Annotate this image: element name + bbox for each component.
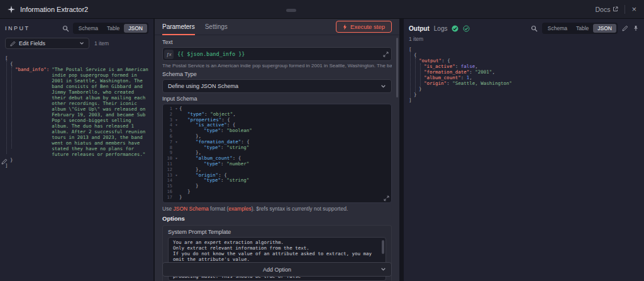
edit-output-icon[interactable]	[622, 25, 628, 31]
node-icon	[8, 6, 15, 13]
edit-input-icon[interactable]	[1, 158, 8, 165]
chevron-down-icon	[380, 267, 386, 272]
input-item-count: 1 item	[94, 40, 109, 47]
output-tab-schema[interactable]: Schema	[543, 24, 572, 33]
output-json-view: [{"output": {"is_active": false,"formati…	[404, 43, 644, 281]
docs-link[interactable]: Docs	[595, 6, 618, 13]
expression-preview: The Postal Service is an American indie …	[162, 63, 392, 69]
indent-guide	[6, 61, 7, 154]
execute-step-label: Execute step	[350, 23, 385, 30]
json-entry: "band_info": "The Postal Service is an A…	[5, 67, 148, 157]
tab-output[interactable]: Output	[409, 25, 430, 32]
expression-icon: ƒx	[164, 50, 174, 59]
json-schema-link[interactable]: JSON Schema	[173, 206, 208, 212]
indent-guide	[420, 63, 421, 86]
schema-type-label: Schema Type	[162, 71, 392, 77]
topbar: Information Extractor2 Docs ×	[0, 0, 644, 19]
indent-guide	[410, 52, 411, 97]
json-brackets: }]	[5, 157, 148, 168]
chevron-down-icon	[79, 41, 84, 46]
output-tab-json[interactable]: JSON	[593, 24, 616, 33]
indent-guide	[415, 58, 416, 92]
schema-format-note: Use JSON Schema format (examples). $refs…	[162, 206, 392, 212]
output-json-code: [{"output": {"is_active": false,"formati…	[409, 47, 639, 103]
input-tab-schema[interactable]: Schema	[74, 24, 103, 33]
execute-step-button[interactable]: Execute step	[336, 21, 392, 33]
input-panel: INPUT Schema Table JSON Edit Fields	[0, 19, 155, 281]
input-tab-json[interactable]: JSON	[124, 24, 147, 33]
node-title: Information Extractor2	[20, 6, 88, 13]
system-prompt-label: System Prompt Template	[168, 229, 386, 235]
output-panel: Output Logs Schema Table JSON	[404, 19, 644, 281]
tab-parameters[interactable]: Parameters	[162, 19, 195, 35]
search-icon[interactable]	[531, 25, 538, 32]
input-tab-table[interactable]: Table	[103, 24, 124, 33]
output-view-switcher: Schema Table JSON	[542, 23, 618, 34]
text-expression-input[interactable]: ƒx {{ $json.band_info }}	[162, 47, 392, 61]
note-text: Use	[162, 206, 173, 212]
parameters-panel: Parameters Settings Execute step Text ƒx…	[155, 19, 399, 281]
note-text: ). $refs syntax is currently not support…	[252, 206, 348, 212]
expression-value: {{ $json.band_info }}	[177, 51, 245, 57]
schema-code: 1▾{2"type": "object",3▾"properties": {4▾…	[163, 106, 389, 201]
output-tab-table[interactable]: Table	[572, 24, 593, 33]
input-schema-editor[interactable]: 1▾{2"type": "object",3▾"properties": {4▾…	[162, 104, 392, 203]
chevron-down-icon	[380, 84, 386, 89]
data-success-icon	[463, 25, 470, 32]
add-option-label: Add Option	[263, 267, 291, 273]
json-key: "band_info":	[15, 67, 49, 72]
json-value: "The Postal Service is an American indie…	[52, 67, 148, 157]
node-details-view: INPUT Schema Table JSON Edit Fields	[0, 19, 644, 281]
execution-success-icon	[452, 25, 458, 32]
close-icon[interactable]: ×	[631, 5, 636, 13]
add-option-button[interactable]: Add Option	[162, 262, 392, 277]
prompt-scrollbar[interactable]	[382, 240, 384, 254]
tab-settings[interactable]: Settings	[205, 19, 228, 35]
divider	[625, 5, 625, 14]
output-item-count: 1 item	[404, 36, 644, 43]
panel-drag-handle[interactable]	[286, 9, 296, 12]
input-schema-label: Input Schema	[162, 96, 392, 102]
schema-type-value: Define using JSON Schema	[168, 83, 238, 89]
external-link-icon	[613, 6, 618, 12]
options-section-label: Options	[162, 215, 392, 222]
json-brackets: [{	[5, 55, 148, 67]
lightning-icon	[343, 24, 347, 30]
input-panel-title: INPUT	[5, 25, 30, 31]
note-text: format (	[209, 206, 229, 212]
examples-link[interactable]: examples	[228, 206, 251, 212]
parameters-scrollbar[interactable]	[396, 38, 398, 97]
input-source-label: Edit Fields	[19, 40, 45, 47]
search-icon[interactable]	[62, 25, 69, 32]
edit-fields-icon	[10, 41, 16, 47]
pin-data-icon[interactable]	[633, 25, 639, 31]
expand-icon[interactable]	[383, 52, 389, 57]
indent-guide	[11, 67, 12, 148]
docs-label: Docs	[595, 6, 610, 13]
text-field-label: Text	[162, 39, 392, 45]
tab-logs[interactable]: Logs	[434, 25, 448, 32]
input-source-select[interactable]: Edit Fields	[5, 38, 89, 49]
schema-type-select[interactable]: Define using JSON Schema	[162, 79, 392, 93]
input-view-switcher: Schema Table JSON	[73, 23, 148, 34]
input-json-view: [{ "band_info": "The Postal Service is a…	[0, 52, 153, 281]
expand-icon[interactable]	[384, 196, 389, 201]
